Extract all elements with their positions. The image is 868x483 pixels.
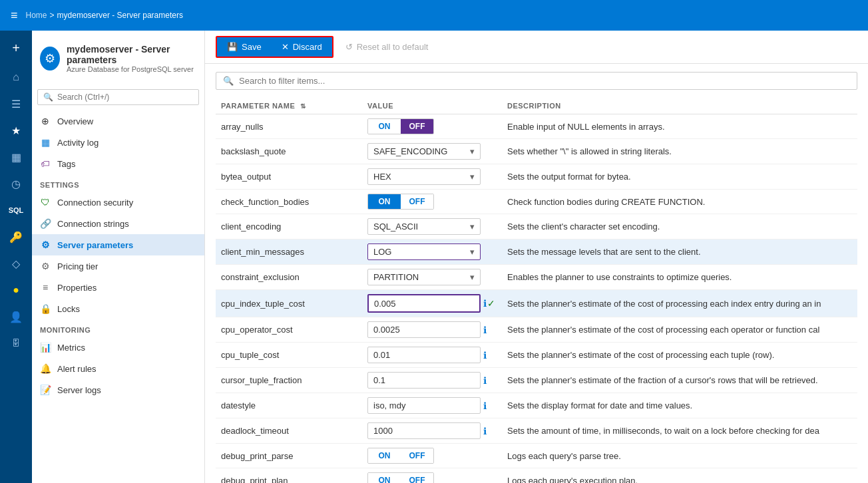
param-input[interactable] (367, 321, 481, 338)
param-select[interactable]: LOG▾ (367, 243, 481, 260)
sidebar-item-metrics[interactable]: 📊 Metrics (32, 337, 204, 358)
sidebar-item-tags[interactable]: 🏷 Tags (32, 153, 204, 174)
toggle-group[interactable]: ONOFF (367, 194, 434, 210)
param-description-cell: Logs each query's parse tree. (502, 444, 857, 468)
monitor-icon-btn[interactable]: ▦ (3, 145, 29, 169)
param-description: Enable input of NULL elements in arrays. (507, 122, 665, 132)
sidebar-item-pricing-tier[interactable]: ⚙ Pricing tier (32, 255, 204, 277)
param-input[interactable] (367, 372, 481, 389)
key-icon-btn[interactable]: 🔑 (3, 225, 29, 249)
param-select[interactable]: SQL_ASCII▾ (367, 218, 481, 235)
toggle-group[interactable]: ONOFF (367, 472, 434, 483)
favorites-icon-btn[interactable]: ★ (3, 118, 29, 142)
param-input[interactable]: ✓ (367, 294, 481, 313)
sidebar-search[interactable]: 🔍 (37, 89, 199, 105)
toggle-off-button[interactable]: OFF (401, 194, 433, 209)
person-icon-btn[interactable]: 👤 (3, 305, 29, 329)
toggle-on-button[interactable]: ON (368, 448, 401, 463)
param-input[interactable] (367, 347, 481, 363)
param-input-field[interactable] (373, 426, 485, 436)
param-name-cell: client_min_messages (216, 240, 362, 265)
sidebar-item-connection-strings[interactable]: 🔗 Connection strings (32, 213, 204, 234)
sidebar-item-alert-rules[interactable]: 🔔 Alert rules (32, 358, 204, 379)
param-input-field[interactable] (373, 350, 485, 360)
save-button[interactable]: 💾 Save (217, 37, 272, 57)
sidebar-item-activity-log[interactable]: ▦ Activity log (32, 132, 204, 153)
param-value-cell[interactable]: ONOFF (362, 190, 502, 214)
param-value-cell[interactable]: HEX▾ (362, 164, 502, 190)
alert-rules-icon: 🔔 (40, 363, 51, 374)
toggle-off-button[interactable]: OFF (401, 473, 433, 483)
param-value-cell[interactable]: ONOFF (362, 444, 502, 468)
param-value-cell[interactable]: ONOFF (362, 114, 502, 139)
breadcrumb: Home > mydemoserver - Server parameters (26, 11, 183, 20)
param-input-field[interactable] (373, 375, 485, 385)
filter-bar[interactable]: 🔍 (216, 72, 857, 90)
toggle-group[interactable]: ONOFF (367, 448, 434, 464)
param-input[interactable] (367, 397, 481, 414)
param-input-field[interactable] (374, 299, 486, 309)
chevron-down-icon: ▾ (470, 222, 475, 232)
col-header-name: PARAMETER NAME ⇅ (216, 98, 362, 114)
table-row: array_nullsONOFFEnable input of NULL ele… (216, 114, 857, 139)
sql-icon-btn[interactable]: SQL (3, 198, 29, 222)
param-value-cell[interactable]: ℹ (362, 368, 502, 393)
diamond-icon-btn[interactable]: ◇ (3, 251, 29, 275)
info-icon[interactable]: ℹ (483, 325, 487, 335)
reset-button[interactable]: ↺ Reset all to default (336, 38, 438, 56)
param-input-field[interactable] (373, 401, 485, 410)
sidebar-item-connection-security[interactable]: 🛡 Connection security (32, 192, 204, 213)
param-value-cell[interactable]: SQL_ASCII▾ (362, 214, 502, 240)
info-icon[interactable]: ℹ (483, 401, 487, 411)
clock-icon-btn[interactable]: ◷ (3, 172, 29, 196)
info-icon[interactable]: ℹ (483, 426, 487, 436)
discard-button[interactable]: ✕ Discard (272, 37, 332, 57)
param-name: cpu_operator_cost (221, 325, 293, 335)
chevron-down-icon: ▾ (470, 272, 475, 282)
toggle-off-button[interactable]: OFF (401, 119, 433, 134)
param-select[interactable]: PARTITION▾ (367, 269, 481, 285)
param-value-cell[interactable]: LOG▾ (362, 240, 502, 265)
collapse-nav-button[interactable]: ≡ (7, 6, 22, 25)
param-name: client_encoding (221, 222, 281, 232)
toggle-off-button[interactable]: OFF (401, 448, 433, 463)
sidebar-search-input[interactable] (57, 92, 193, 102)
circle-icon-btn[interactable]: ● (3, 278, 29, 302)
info-icon[interactable]: ℹ (483, 350, 487, 361)
sort-icon[interactable]: ⇅ (300, 102, 306, 110)
param-value-cell[interactable]: ℹ (362, 343, 502, 368)
param-input[interactable] (367, 422, 481, 439)
param-name-cell: debug_print_parse (216, 444, 362, 468)
param-value-cell[interactable]: ℹ (362, 317, 502, 343)
sidebar-item-server-parameters[interactable]: ⚙ Server parameters (32, 234, 204, 255)
param-description: Sets the planner's estimate of the cost … (507, 325, 819, 335)
param-value-cell[interactable]: ℹ (362, 418, 502, 444)
info-icon[interactable]: ℹ (483, 375, 487, 386)
param-value-cell[interactable]: SAFE_ENCODING▾ (362, 139, 502, 164)
info-icon[interactable]: ℹ (483, 298, 487, 309)
add-button[interactable]: + (3, 36, 29, 60)
sidebar-item-overview[interactable]: ⊕ Overview (32, 110, 204, 132)
toggle-on-button[interactable]: ON (368, 119, 401, 134)
toggle-group[interactable]: ONOFF (367, 118, 434, 134)
sidebar-item-locks[interactable]: 🔒 Locks (32, 298, 204, 319)
toggle-on-button[interactable]: ON (368, 473, 401, 483)
menu-icon-btn[interactable]: ☰ (3, 92, 29, 116)
filter-input[interactable] (239, 76, 850, 86)
param-value-cell[interactable]: ONOFF (362, 468, 502, 484)
param-input-field[interactable] (373, 325, 485, 335)
home-icon-btn[interactable]: ⌂ (3, 65, 29, 89)
sidebar-item-properties[interactable]: ≡ Properties (32, 277, 204, 298)
param-value-cell[interactable]: PARTITION▾ (362, 265, 502, 290)
locks-icon: 🔒 (40, 303, 51, 314)
param-select[interactable]: HEX▾ (367, 168, 481, 185)
param-description-cell: Sets the planner's estimate of the cost … (502, 290, 857, 317)
sidebar-item-server-logs[interactable]: 📝 Server logs (32, 379, 204, 401)
param-name: client_min_messages (221, 247, 304, 257)
breadcrumb-home[interactable]: Home (26, 11, 47, 20)
param-value-cell[interactable]: ℹ (362, 393, 502, 418)
param-value-cell[interactable]: ✓ℹ (362, 290, 502, 317)
param-select[interactable]: SAFE_ENCODING▾ (367, 143, 481, 160)
db-icon-btn[interactable]: 🗄 (3, 331, 29, 355)
toggle-on-button[interactable]: ON (368, 194, 401, 209)
